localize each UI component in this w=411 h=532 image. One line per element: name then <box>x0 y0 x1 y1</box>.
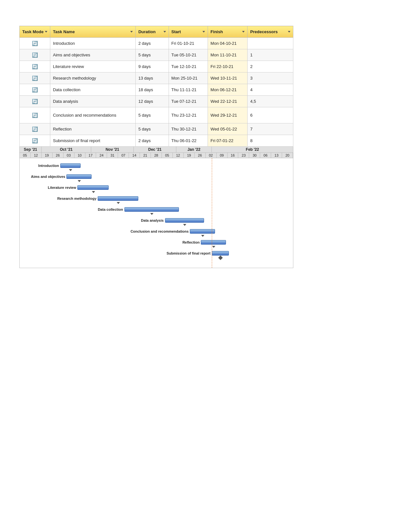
predecessors-cell-1 <box>248 38 293 49</box>
auto-schedule-icon: 🔄 <box>32 87 38 92</box>
duration-cell-9: 2 days <box>136 135 169 147</box>
gantt-chart-area: Sep '21 Oct '21 Nov '21 Dec '21 Jan '22 … <box>19 147 293 268</box>
gantt-table: Task Mode Task Name Duration <box>19 26 293 147</box>
auto-schedule-icon: 🔄 <box>32 75 38 81</box>
week-24: 24 <box>96 153 107 158</box>
gantt-row-4: Research methodology <box>20 193 293 204</box>
month-jan: Jan '22 <box>176 147 212 152</box>
gantt-row-9: Submission of final report <box>20 248 293 259</box>
week-03: 03 <box>64 153 74 158</box>
gantt-bar-9 <box>212 251 229 256</box>
month-dec: Dec '21 <box>134 147 176 152</box>
finish-cell-6: Wed 22-12-21 <box>208 96 248 107</box>
gantt-label-6: Data analysis <box>141 218 163 222</box>
month-sep: Sep '21 <box>20 147 42 152</box>
timeline-months-row: Sep '21 Oct '21 Nov '21 Dec '21 Jan '22 … <box>20 147 293 153</box>
gantt-bar-3 <box>77 185 109 190</box>
gantt-row-7: Conclusion and recommendations <box>20 226 293 237</box>
predecessors-cell-3: 2 <box>248 61 293 73</box>
task-mode-cell-6: 🔄 <box>20 96 50 107</box>
week-19: 19 <box>42 153 53 158</box>
gantt-label-9: Submission of final report <box>167 251 210 255</box>
finish-cell-2: Mon 11-10-21 <box>208 49 248 61</box>
week-19: 19 <box>184 153 195 158</box>
week-14: 14 <box>129 153 140 158</box>
week-28: 28 <box>151 153 162 158</box>
start-dropdown-icon[interactable] <box>202 31 205 33</box>
duration-dropdown-icon[interactable] <box>163 31 166 33</box>
task-name-cell-3: Literature review <box>50 61 136 73</box>
task-mode-cell-9: 🔄 <box>20 135 50 147</box>
predecessors-cell-9: 8 <box>248 135 293 147</box>
auto-schedule-icon: 🔄 <box>32 138 38 143</box>
task-mode-cell-7: 🔄 <box>20 107 50 123</box>
task-mode-cell-4: 🔄 <box>20 73 50 84</box>
gantt-bars-area: IntroductionAims and objectivesLiteratur… <box>20 158 293 268</box>
task-mode-cell-3: 🔄 <box>20 61 50 73</box>
predecessors-cell-6: 4,5 <box>248 96 293 107</box>
finish-cell-4: Wed 10-11-21 <box>208 73 248 84</box>
finish-cell-8: Wed 05-01-22 <box>208 123 248 135</box>
month-feb: Feb '22 <box>212 147 293 152</box>
week-05: 05 <box>20 153 31 158</box>
week-26: 26 <box>53 153 64 158</box>
predecessors-dropdown-icon[interactable] <box>288 31 290 33</box>
auto-schedule-icon: 🔄 <box>32 52 38 58</box>
task-name-dropdown-icon[interactable] <box>130 31 133 33</box>
duration-cell-5: 18 days <box>136 84 169 96</box>
week-31: 31 <box>107 153 118 158</box>
task-name-cell-5: Data collection <box>50 84 136 96</box>
week-23: 23 <box>238 153 249 158</box>
predecessors-cell-8: 7 <box>248 123 293 135</box>
predecessors-cell-2: 1 <box>248 49 293 61</box>
header-task-mode: Task Mode <box>20 26 50 38</box>
gantt-bar-1 <box>60 163 81 168</box>
finish-cell-5: Mon 06-12-21 <box>208 84 248 96</box>
predecessors-cell-4: 3 <box>248 73 293 84</box>
finish-cell-3: Fri 22-10-21 <box>208 61 248 73</box>
task-mode-cell-2: 🔄 <box>20 49 50 61</box>
week-13: 13 <box>271 153 282 158</box>
finish-cell-7: Wed 29-12-21 <box>208 107 248 123</box>
week-12: 12 <box>173 153 184 158</box>
task-name-cell-7: Conclusion and recommendations <box>50 107 136 123</box>
gantt-label-1: Introduction <box>38 164 59 168</box>
start-cell-2: Tue 05-10-21 <box>169 49 208 61</box>
gantt-label-3: Literature review <box>48 186 76 189</box>
predecessors-cell-5: 4 <box>248 84 293 96</box>
task-mode-cell-1: 🔄 <box>20 38 50 49</box>
gantt-label-4: Research methodology <box>57 197 97 200</box>
month-oct: Oct '21 <box>42 147 91 152</box>
duration-cell-7: 5 days <box>136 107 169 123</box>
duration-cell-8: 5 days <box>136 123 169 135</box>
finish-cell-1: Mon 04-10-21 <box>208 38 248 49</box>
start-cell-3: Tue 12-10-21 <box>169 61 208 73</box>
vline-jan-dashed <box>212 158 212 268</box>
auto-schedule-icon: 🔄 <box>32 99 38 104</box>
task-mode-dropdown-icon[interactable] <box>45 31 47 33</box>
task-name-cell-4: Research methodology <box>50 73 136 84</box>
week-07: 07 <box>118 153 129 158</box>
timeline-weeks-row: 0512192603101724310714212805121926020916… <box>20 153 293 158</box>
gantt-row-2: Aims and objectives <box>20 171 293 182</box>
auto-schedule-icon: 🔄 <box>32 126 38 132</box>
task-mode-cell-8: 🔄 <box>20 123 50 135</box>
task-mode-cell-5: 🔄 <box>20 84 50 96</box>
week-16: 16 <box>228 153 239 158</box>
gantt-row-8: Reflection <box>20 237 293 248</box>
gantt-row-6: Data analysis <box>20 215 293 226</box>
auto-schedule-icon: 🔄 <box>32 64 38 69</box>
duration-cell-1: 2 days <box>136 38 169 49</box>
start-cell-7: Thu 23-12-21 <box>169 107 208 123</box>
gantt-bar-6 <box>165 218 204 223</box>
week-17: 17 <box>85 153 96 158</box>
finish-dropdown-icon[interactable] <box>242 31 245 33</box>
month-nov: Nov '21 <box>91 147 134 152</box>
gantt-label-7: Conclusion and recommendations <box>131 229 189 233</box>
start-cell-4: Mon 25-10-21 <box>169 73 208 84</box>
week-21: 21 <box>140 153 151 158</box>
gantt-label-2: Aims and objectives <box>31 175 65 179</box>
gantt-milestone-9 <box>218 256 223 260</box>
week-10: 10 <box>74 153 85 158</box>
header-predecessors: Predecessors <box>248 26 293 38</box>
